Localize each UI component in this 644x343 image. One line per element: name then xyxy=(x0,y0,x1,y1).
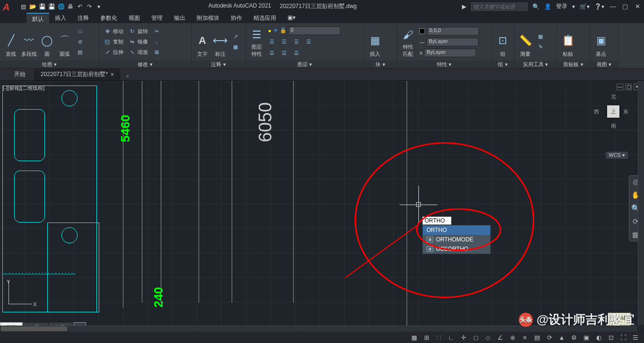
viewcube-north[interactable]: 北 xyxy=(611,93,616,100)
viewcube[interactable]: 北 南 西 东 上 xyxy=(597,95,630,128)
lw-toggle-icon[interactable]: ≡ xyxy=(520,334,530,341)
minimize-button[interactable]: — xyxy=(609,3,617,10)
qat-open-icon[interactable]: 📂 xyxy=(28,2,37,11)
share-arrow-icon[interactable]: ▶ xyxy=(462,3,466,10)
scale-button[interactable]: ⤡缩放 xyxy=(127,48,149,57)
tab-express[interactable]: 精选应用 xyxy=(248,13,282,23)
insert-block-button[interactable]: ▦插入 xyxy=(367,26,383,58)
layerprops-button[interactable]: ☰图层 特性 xyxy=(249,26,265,58)
hardware-icon[interactable]: ⊡ xyxy=(606,334,616,341)
layer-combo[interactable]: ●☀🔓 0 xyxy=(267,26,342,35)
isolate-icon[interactable]: ◐ xyxy=(594,334,603,341)
annoscale-icon[interactable]: ▲ xyxy=(557,334,566,341)
polar-toggle-icon[interactable]: ✛ xyxy=(459,334,468,341)
viewcube-south[interactable]: 南 xyxy=(611,122,616,129)
paste-button[interactable]: 📋粘贴 xyxy=(560,26,576,58)
trans-toggle-icon[interactable]: ▤ xyxy=(532,334,542,341)
viewcube-west[interactable]: 西 xyxy=(594,108,599,115)
tab-parametric[interactable]: 参数化 xyxy=(95,13,123,23)
baseview-button[interactable]: ▣基点 xyxy=(593,26,609,58)
tab-insert[interactable]: 插入 xyxy=(49,13,72,23)
qat-redo-icon[interactable]: ↷ xyxy=(85,2,94,11)
panel-annot-title[interactable]: 注释 ▾ xyxy=(191,60,245,68)
login-link[interactable]: 登录 xyxy=(556,2,567,10)
panel-util-title[interactable]: 实用工具 ▾ xyxy=(514,60,557,68)
workspace-icon[interactable]: ⚙ xyxy=(569,334,579,341)
draw-misc1[interactable]: ⬭ xyxy=(75,27,85,36)
draw-misc2[interactable]: ⊘ xyxy=(75,37,85,47)
measure-button[interactable]: 📏测量 xyxy=(517,26,533,58)
tab-view[interactable]: 视图 xyxy=(123,13,146,23)
custom-icon[interactable]: ☰ xyxy=(631,334,640,341)
vp-min-icon[interactable]: — xyxy=(617,84,623,90)
qat-new-icon[interactable]: ▤ xyxy=(19,2,27,11)
polyline-button[interactable]: 〰多段线 xyxy=(21,26,37,58)
maximize-button[interactable]: ▢ xyxy=(621,3,629,10)
layer-tool1[interactable]: ☰ xyxy=(267,37,277,47)
qat-undo-icon[interactable]: ↶ xyxy=(76,2,84,11)
suggest-ortho[interactable]: ORTHO xyxy=(423,225,490,235)
matchprop-button[interactable]: 🖌特性 匹配 xyxy=(400,26,416,58)
lt-combo[interactable]: ≡ByLayer xyxy=(418,48,480,58)
color-combo[interactable]: 0,0,0 xyxy=(418,26,480,36)
model-space[interactable]: [-][俯视][二维线框] — ▢ ✕ ◡◡◡◡◡◡◡◡◡◡◡◡◡◡◡◡◡◡◡◡… xyxy=(0,81,644,332)
copy-button[interactable]: ⿻复制 xyxy=(102,37,125,47)
panel-group-title[interactable]: 组 ▾ xyxy=(492,60,514,68)
tab-default[interactable]: 默认 xyxy=(26,13,49,23)
wcs-dropdown[interactable]: WCS ▾ xyxy=(606,152,628,159)
grid-toggle-icon[interactable]: ⊞ xyxy=(422,334,431,341)
trim-icon[interactable]: ✂ xyxy=(151,27,162,36)
app-logo[interactable]: A xyxy=(3,2,18,11)
close-tab-icon[interactable]: × xyxy=(111,71,114,78)
tab-output[interactable]: 输出 xyxy=(168,13,191,23)
new-tab-button[interactable]: ＋ xyxy=(122,72,133,80)
tab-overflow-icon[interactable]: ▣▾ xyxy=(282,13,301,23)
mirror-button[interactable]: ⇋镜像 xyxy=(127,37,149,47)
dyn-toggle-icon[interactable]: ⊕ xyxy=(508,334,517,341)
cart-icon[interactable]: 🛒▾ xyxy=(580,3,590,10)
stretch-button[interactable]: ⤢拉伸 xyxy=(102,48,125,57)
help-search-input[interactable] xyxy=(471,2,528,11)
group-button[interactable]: ⊡组 xyxy=(495,26,511,58)
dynamic-input[interactable] xyxy=(422,216,452,225)
ucs-icon[interactable]: X Y xyxy=(9,280,42,313)
user-icon[interactable]: 👤 xyxy=(544,3,551,10)
qat-save-icon[interactable]: 💾 xyxy=(38,2,46,11)
viewcube-east[interactable]: 东 xyxy=(623,108,628,115)
panel-clip-title[interactable]: 剪贴板 ▾ xyxy=(557,60,590,68)
otrack-toggle-icon[interactable]: ∠ xyxy=(496,334,505,341)
lw-combo[interactable]: —ByLayer xyxy=(418,37,480,47)
suggest-ucsortho[interactable]: ⊞UCSORTHO xyxy=(423,244,490,254)
monitor-icon[interactable]: ▣ xyxy=(582,334,591,341)
cycle-toggle-icon[interactable]: ⟳ xyxy=(545,334,554,341)
qat-plot-icon[interactable]: 🖶 xyxy=(66,2,75,11)
circle-button[interactable]: ◯圆 xyxy=(39,26,55,58)
layer-tool2[interactable]: ☰ xyxy=(279,37,289,47)
tab-annotate[interactable]: 注释 xyxy=(72,13,95,23)
search-icon[interactable]: 🔍 xyxy=(532,3,540,10)
snap-toggle-icon[interactable]: ⸬ xyxy=(434,334,444,341)
move-button[interactable]: ✥移动 xyxy=(102,27,125,36)
layer-tool4[interactable]: ☰ xyxy=(304,37,314,47)
suggest-orthomode[interactable]: ⊞ORTHOMODE xyxy=(423,235,490,244)
panel-layer-title[interactable]: 图层 ▾ xyxy=(246,60,364,68)
close-button[interactable]: ✕ xyxy=(634,3,641,10)
arc-button[interactable]: ⌒圆弧 xyxy=(57,26,73,58)
tab-manage[interactable]: 管理 xyxy=(146,13,168,23)
layer-tool7[interactable]: ☰ xyxy=(291,49,302,58)
vertical-scrollbar[interactable] xyxy=(638,81,644,325)
ortho-toggle-icon[interactable]: ∟ xyxy=(446,334,456,341)
viewcube-top[interactable]: 上 xyxy=(607,105,619,118)
qat-web-icon[interactable]: 🌐 xyxy=(57,2,65,11)
line-button[interactable]: ╱直线 xyxy=(3,26,19,58)
leader-icon[interactable]: ↗ xyxy=(230,32,241,42)
util2[interactable]: ✎ xyxy=(535,43,546,52)
array-icon[interactable]: ⊞ xyxy=(151,48,162,57)
osnap-toggle-icon[interactable]: ◻ xyxy=(471,334,480,341)
exchange-icon[interactable]: ▾ xyxy=(572,3,575,10)
panel-view-title[interactable]: 视图 ▾ xyxy=(590,60,618,68)
3dosnap-toggle-icon[interactable]: ◇ xyxy=(483,334,493,341)
vp-max-icon[interactable]: ▢ xyxy=(625,84,632,90)
rotate-button[interactable]: ↻旋转 xyxy=(127,27,149,36)
fillet-icon[interactable]: ◟ xyxy=(151,37,162,47)
